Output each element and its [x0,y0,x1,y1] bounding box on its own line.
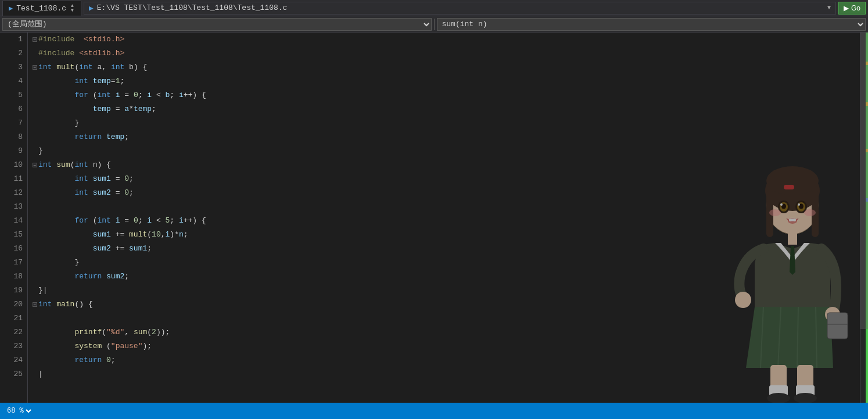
code-line-8: return temp; [33,130,860,144]
line-num-22: 22 [0,325,23,339]
fold-10[interactable]: − [33,163,37,167]
code-line-4: int temp=1; [33,74,860,88]
line-num-13: 13 [0,200,23,214]
file-tab-name: Test_1108.c [16,4,66,13]
go-label: Go [851,4,860,12]
method-select[interactable]: sum(int n) [437,18,866,31]
code-line-18: return sum2; [33,270,860,284]
path-dropdown[interactable]: ▼ [827,5,831,11]
scrollbar-overview[interactable] [860,33,868,403]
line-num-5: 5 [0,88,23,102]
line-num-10: 10 [0,158,23,172]
line-num-2: 2 [0,46,23,60]
line-num-3: 3 [0,60,23,74]
line-num-15: 15 [0,228,23,242]
nav-arrows[interactable]: ▲ ▼ [71,3,74,13]
code-line-10: − int sum(int n) { [33,158,860,172]
code-line-2: #include <stdlib.h> [33,46,860,60]
code-editor: 1 2 3 4 5 6 7 8 9 10 11 12 13 14 15 16 1… [0,33,868,403]
code-line-1: − #include <stdio.h> [33,33,860,46]
line-num-19: 19 [0,284,23,298]
line-num-21: 21 [0,311,23,325]
fold-20[interactable]: − [33,302,37,307]
code-line-11: int sum1 = 0; [33,172,860,186]
line-num-12: 12 [0,186,23,200]
code-content[interactable]: − #include <stdio.h> #include <stdlib.h>… [28,33,860,403]
code-line-19: }| [33,284,860,298]
code-line-7: } [33,116,860,130]
fold-1[interactable]: − [33,37,37,42]
code-line-17: } [33,256,860,270]
code-line-16: sum2 += sum1; [33,242,860,256]
code-line-15: sum1 += mult(10,i)*n; [33,228,860,242]
code-line-5: for (int i = 0; i < b; i++) { [33,88,860,102]
file-tab-arrow: ▶ [9,4,13,13]
code-line-6: temp = a*temp; [33,102,860,116]
toolbar: ▶ Test_1108.c ▲ ▼ ▶ E:\VS TEST\Test_1108… [0,0,868,16]
zoom-select[interactable]: 68 % [5,406,33,416]
line-num-9: 9 [0,144,23,158]
code-line-13 [33,200,860,214]
file-path: E:\VS TEST\Test_1108\Test_1108\Test_1108… [97,3,288,12]
code-1-pp: #include [38,33,74,46]
line-num-7: 7 [0,116,23,130]
line-num-6: 6 [0,102,23,116]
code-line-25: | [33,367,860,381]
code-line-23: system ("pause"); [33,339,860,353]
code-line-20: − int main() { [33,298,860,311]
scope-divider [434,19,435,30]
line-num-17: 17 [0,256,23,270]
nav-down[interactable]: ▼ [71,8,74,13]
line-num-4: 4 [0,74,23,88]
line-num-14: 14 [0,214,23,228]
scrollbar-thumb[interactable] [860,33,868,329]
code-line-22: printf("%d", sum(2)); [33,325,860,339]
line-num-23: 23 [0,339,23,353]
line-num-16: 16 [0,242,23,256]
code-line-14: for (int i = 0; i < 5; i++) { [33,214,860,228]
code-line-21 [33,311,860,325]
code-line-3: − int mult(int a, int b) { [33,60,860,74]
line-num-11: 11 [0,172,23,186]
code-line-9: } [33,144,860,158]
go-button[interactable]: ▶ Go [838,2,866,15]
status-bar: 68 % [0,403,868,419]
code-line-12: int sum2 = 0; [33,186,860,200]
line-numbers: 1 2 3 4 5 6 7 8 9 10 11 12 13 14 15 16 1… [0,33,28,403]
line-num-25: 25 [0,367,23,381]
line-num-8: 8 [0,130,23,144]
code-line-24: return 0; [33,353,860,367]
path-bar: ▶ E:\VS TEST\Test_1108\Test_1108\Test_11… [84,2,836,15]
code-2-pp: #include [38,46,74,60]
file-tab[interactable]: ▶ Test_1108.c ▲ ▼ [2,1,81,16]
go-icon: ▶ [844,4,849,12]
fold-3[interactable]: − [33,65,37,70]
scope-select[interactable]: (全局范围) [2,18,432,31]
scope-bar: (全局范围) sum(int n) [0,16,868,33]
line-num-1: 1 [0,33,23,46]
line-num-20: 20 [0,298,23,311]
line-num-24: 24 [0,353,23,367]
line-num-18: 18 [0,270,23,284]
path-arrow-icon: ▶ [89,3,94,13]
